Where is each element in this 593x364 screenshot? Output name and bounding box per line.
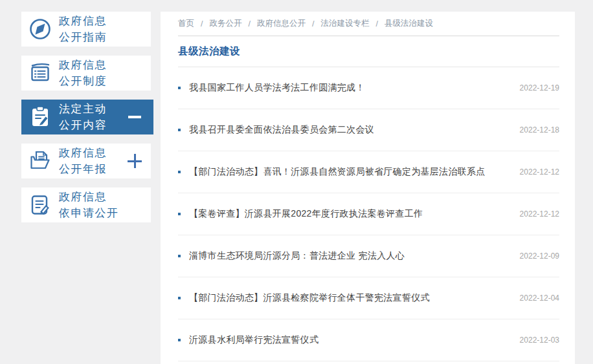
breadcrumb-separator: /: [312, 19, 314, 28]
content-panel: 首页/政务公开/政府信息公开/法治建设专栏/县级法治建设 县级法治建设 我县国家…: [161, 12, 575, 364]
breadcrumb-link[interactable]: 政府信息公开: [257, 18, 306, 29]
article-date: 2022-12-18: [520, 125, 559, 134]
sidebar-item-label: 政府信息公开指南: [59, 13, 107, 45]
expand-icon[interactable]: [127, 153, 142, 169]
article-link[interactable]: 我县国家工作人员学法考法工作圆满完成！: [189, 82, 511, 94]
article-date: 2022-12-03: [520, 336, 559, 345]
bullet-icon: [178, 297, 181, 299]
article-date: 2022-12-12: [520, 167, 559, 177]
clipboard-pen-icon: [27, 104, 53, 130]
article-row: 我县召开县委全面依法治县委员会第二次会议 2022-12-18: [178, 109, 559, 151]
collapse-icon[interactable]: [127, 109, 142, 125]
notebook-list-icon: [27, 60, 53, 86]
page-title: 县级法治建设: [178, 45, 240, 58]
sidebar-item-label: 政府信息公开年报: [59, 145, 107, 177]
article-row: 【案卷评查】沂源县开展2022年度行政执法案卷评查工作 2022-12-12: [178, 193, 559, 235]
sidebar-item-label: 法定主动公开内容: [59, 101, 107, 133]
article-date: 2022-12-12: [520, 209, 559, 219]
breadcrumb-link[interactable]: 首页: [178, 18, 194, 29]
article-date: 2022-12-09: [520, 252, 559, 261]
section-header: 县级法治建设: [178, 36, 559, 67]
article-list: 我县国家工作人员学法考法工作圆满完成！ 2022-12-19 我县召开县委全面依…: [178, 67, 559, 361]
article-row: 沂源县水利局举行宪法宣誓仪式 2022-12-03: [178, 319, 559, 361]
breadcrumb-current: 县级法治建设: [385, 18, 433, 29]
article-date: 2022-12-04: [520, 294, 559, 303]
article-link[interactable]: 【部门法治动态】沂源县检察院举行全体干警宪法宣誓仪式: [189, 292, 511, 304]
breadcrumb-link[interactable]: 政务公开: [209, 18, 241, 29]
article-link[interactable]: 沂源县水利局举行宪法宣誓仪式: [189, 334, 511, 346]
article-row: 我县国家工作人员学法考法工作圆满完成！ 2022-12-19: [178, 67, 559, 109]
sidebar-nav: 政府信息公开指南 政府信息公开制度 法定主动公开内容 政府信息公开年报 政府信息…: [21, 12, 157, 231]
sidebar-item[interactable]: 政府信息公开指南: [21, 12, 151, 47]
breadcrumb: 首页/政务公开/政府信息公开/法治建设专栏/县级法治建设: [178, 12, 559, 36]
article-row: 淄博市生态环境局沂源分局：普法进企业 宪法入人心 2022-12-09: [178, 235, 559, 277]
compass-icon: [27, 16, 53, 42]
article-link[interactable]: 我县召开县委全面依法治县委员会第二次会议: [189, 124, 511, 136]
article-link[interactable]: 【部门法治动态】喜讯！沂源县自然资源局被省厅确定为基层法治联系点: [189, 166, 511, 178]
article-link[interactable]: 淄博市生态环境局沂源分局：普法进企业 宪法入人心: [189, 250, 511, 262]
bullet-icon: [178, 129, 181, 131]
document-pen-icon: [27, 192, 53, 218]
sidebar-item-label: 政府信息依申请公开: [59, 189, 119, 221]
breadcrumb-separator: /: [201, 19, 203, 28]
breadcrumb-link[interactable]: 法治建设专栏: [320, 18, 369, 29]
article-date: 2022-12-19: [520, 83, 559, 92]
article-row: 【部门法治动态】喜讯！沂源县自然资源局被省厅确定为基层法治联系点 2022-12…: [178, 151, 559, 193]
bullet-icon: [178, 87, 181, 89]
sidebar-item[interactable]: 政府信息依申请公开: [21, 187, 151, 222]
bullet-icon: [178, 213, 181, 215]
breadcrumb-separator: /: [375, 19, 377, 28]
sidebar-item[interactable]: 政府信息公开年报: [21, 144, 151, 178]
bullet-icon: [178, 255, 181, 257]
bullet-icon: [178, 171, 181, 173]
breadcrumb-separator: /: [248, 19, 250, 28]
bullet-icon: [178, 339, 181, 341]
sidebar-item[interactable]: 法定主动公开内容: [21, 100, 153, 134]
folder-document-icon: [27, 148, 53, 174]
sidebar-item[interactable]: 政府信息公开制度: [21, 56, 151, 91]
article-row: 【部门法治动态】沂源县检察院举行全体干警宪法宣誓仪式 2022-12-04: [178, 277, 559, 319]
sidebar-item-label: 政府信息公开制度: [59, 57, 107, 89]
article-link[interactable]: 【案卷评查】沂源县开展2022年度行政执法案卷评查工作: [189, 208, 511, 220]
